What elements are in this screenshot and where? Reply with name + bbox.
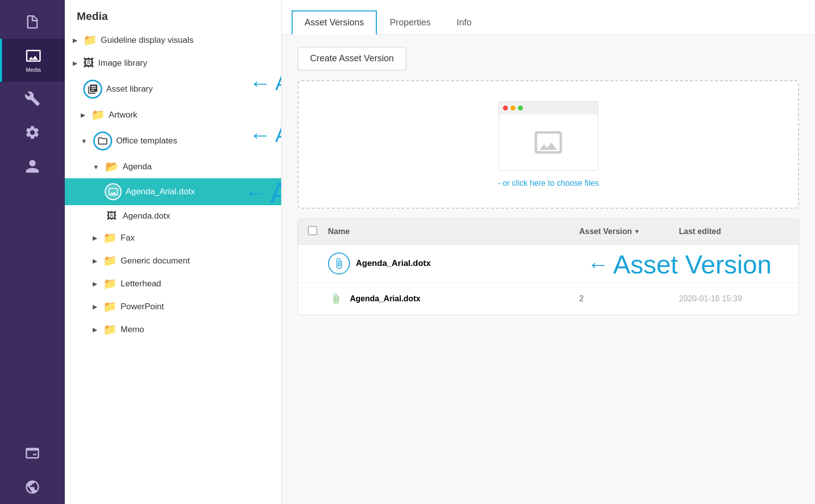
folder-icon: 📁	[103, 254, 117, 267]
table-row-2[interactable]: Agenda_Arial.dotx 2 2020-01-16 15:39	[298, 283, 799, 315]
tree-item-guideline[interactable]: ▶ 📁 Guideline display visuals	[65, 29, 281, 52]
tree-item-asset-library[interactable]: ▶ Asset library ← Asset Library	[65, 75, 281, 104]
folder-open-icon	[93, 131, 112, 150]
tree-item-letterhead[interactable]: ▶ 📁 Letterhead	[65, 272, 281, 295]
image-file-icon: 🖼	[105, 210, 119, 222]
tabs-bar: Asset Versions Properties Info	[282, 0, 815, 35]
folder-icon: 📁	[103, 232, 117, 245]
upload-area[interactable]: - or click here to choose files	[298, 80, 799, 209]
tree-item-label: Memo	[121, 325, 144, 335]
folder-image-icon: 🖼	[83, 57, 94, 70]
create-asset-version-button[interactable]: Create Asset Version	[298, 47, 406, 70]
tree-item-generic[interactable]: ▶ 📁 Generic document	[65, 250, 281, 272]
tree-item-label: Agenda_Arial.dotx	[126, 187, 195, 197]
folder-icon: 📁	[103, 300, 117, 313]
row2-name: Agenda_Arial.dotx	[328, 291, 579, 307]
table-header: Name Asset Version ▼ Last edited	[298, 219, 799, 245]
tree-item-label: Generic document	[121, 256, 190, 266]
arrow-icon: ▶	[93, 280, 97, 287]
row2-edited: 2020-01-16 15:39	[679, 294, 789, 303]
row2-file-name: Agenda_Arial.dotx	[350, 294, 420, 303]
tree-item-label: Agenda	[123, 162, 152, 172]
tree-item-label: Image library	[98, 58, 147, 68]
col-version-header: Asset Version ▼	[579, 227, 679, 236]
asset-library-icon	[83, 80, 102, 99]
sidebar: Media	[0, 0, 65, 504]
arrow-icon: ▶	[73, 60, 77, 67]
arrow-icon: ▶	[81, 112, 85, 119]
tree-item-label: Letterhead	[121, 279, 161, 289]
sidebar-item-documents[interactable]	[0, 5, 65, 39]
sidebar-item-cards[interactable]	[0, 436, 65, 470]
tree-item-office-templates[interactable]: ▼ Office templates ← Assets Folder	[65, 126, 281, 155]
annotation-asset-version: ← Asset Version	[587, 250, 772, 279]
col-edited-header: Last edited	[679, 227, 789, 236]
folder-icon: 📁	[103, 323, 117, 336]
tree-item-label: Agenda.dotx	[123, 211, 170, 221]
tree-item-powerpoint[interactable]: ▶ 📁 PowerPoint	[65, 295, 281, 318]
tree-item-label: Artwork	[109, 110, 138, 120]
sidebar-item-users[interactable]	[0, 149, 65, 183]
sidebar-item-settings[interactable]	[0, 116, 65, 149]
tree-item-label: Office templates	[116, 136, 177, 146]
tree-item-agenda[interactable]: ▼ 📂 Agenda	[65, 155, 281, 178]
arrow-down-icon: ▼	[93, 163, 99, 171]
tree-item-agenda-arial[interactable]: Agenda_Arial.dotx ← Asset	[65, 178, 281, 205]
arrow-icon: ▶	[93, 235, 97, 242]
versions-table: Name Asset Version ▼ Last edited Agenda_…	[298, 219, 799, 315]
select-all-checkbox[interactable]	[308, 226, 317, 235]
tree-item-fax[interactable]: ▶ 📁 Fax	[65, 227, 281, 250]
tree-item-label: Asset library	[106, 84, 153, 94]
attachment-icon-small	[328, 291, 344, 307]
tree-item-label: Fax	[121, 233, 135, 243]
upload-link[interactable]: - or click here to choose files	[498, 179, 599, 188]
tree-panel: Media ▶ 📁 Guideline display visuals ▶ 🖼 …	[65, 0, 282, 504]
main-content: Asset Versions Properties Info Create As…	[282, 0, 815, 504]
upload-preview	[498, 101, 598, 171]
tree-item-artwork[interactable]: ▶ 📁 Artwork	[65, 104, 281, 126]
attachment-icon-circle	[328, 252, 350, 274]
tab-asset-versions[interactable]: Asset Versions	[292, 10, 377, 35]
arrow-down-icon: ▼	[81, 137, 87, 145]
sidebar-item-globe[interactable]	[0, 470, 65, 504]
col-name-header: Name	[328, 227, 579, 236]
row2-version: 2	[579, 294, 679, 303]
sort-icon[interactable]: ▼	[634, 228, 640, 235]
folder-open-icon: 📂	[105, 160, 119, 173]
sidebar-item-tools[interactable]	[0, 82, 65, 116]
tree-item-memo[interactable]: ▶ 📁 Memo	[65, 318, 281, 341]
row1-name: Agenda_Arial.dotx	[328, 252, 579, 274]
annotation-asset-library: ← Asset Library	[249, 71, 282, 96]
tab-properties[interactable]: Properties	[377, 10, 444, 35]
arrow-icon: ▶	[93, 326, 97, 333]
content-area: Create Asset Version - or click here to …	[282, 35, 815, 504]
folder-icon: 📁	[91, 109, 105, 122]
table-row-1[interactable]: Agenda_Arial.dotx ← Asset Version	[298, 245, 799, 283]
col-check-header	[308, 226, 328, 237]
annotation-asset: ← Asset	[244, 176, 282, 209]
folder-icon: 📁	[103, 277, 117, 290]
image-file-icon	[105, 183, 122, 200]
arrow-icon: ▶	[73, 37, 77, 44]
arrow-icon: ▶	[93, 257, 97, 264]
tree-item-label: PowerPoint	[121, 302, 164, 312]
preview-titlebar	[499, 102, 598, 115]
folder-icon: 📁	[83, 34, 97, 47]
sidebar-item-media[interactable]: Media	[0, 39, 65, 82]
annotation-assets-folder: ← Assets Folder	[249, 123, 282, 147]
preview-body	[499, 115, 598, 170]
sidebar-item-media-label: Media	[26, 67, 41, 73]
tree-panel-title: Media	[65, 0, 281, 29]
tree-item-label: Guideline display visuals	[101, 35, 193, 45]
row1-file-name: Agenda_Arial.dotx	[356, 258, 431, 268]
dot-green	[518, 106, 523, 111]
dot-red	[503, 106, 508, 111]
tree-item-image-library[interactable]: ▶ 🖼 Image library	[65, 52, 281, 75]
dot-yellow	[510, 106, 515, 111]
arrow-icon: ▶	[93, 303, 97, 310]
tab-info[interactable]: Info	[444, 10, 485, 35]
